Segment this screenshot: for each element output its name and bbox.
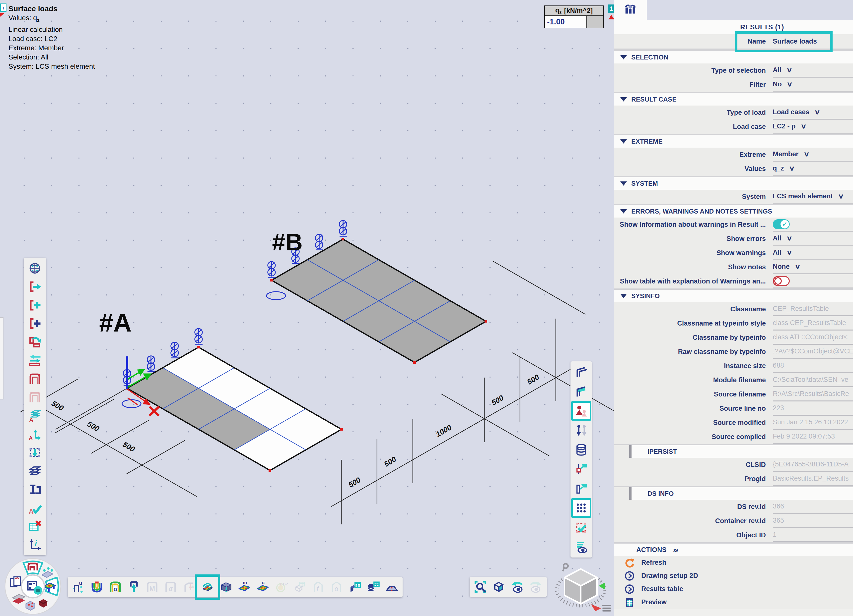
- add-node-icon[interactable]: [25, 296, 45, 314]
- mesh-dots-icon[interactable]: [571, 498, 591, 518]
- canvas-menu-icon[interactable]: [603, 605, 611, 611]
- connection-table-icon[interactable]: [346, 578, 364, 596]
- section-header[interactable]: IPERSIST: [629, 445, 853, 458]
- property-value[interactable]: None ∨ ✓: [773, 260, 853, 274]
- wheel-documents-icon[interactable]: [11, 577, 20, 587]
- property-value[interactable]: CEP_ResultsTable ∨ ✓: [773, 302, 853, 316]
- reactions-icon[interactable]: [124, 578, 143, 596]
- view-grid-globe-icon[interactable]: [25, 259, 45, 277]
- internal-forces-disabled-icon[interactable]: [143, 578, 161, 596]
- property-value[interactable]: All ∨ ✓: [773, 64, 853, 78]
- load-legend[interactable]: qz [kN/m^2] -1.00: [544, 6, 604, 28]
- preview-action[interactable]: Preview: [614, 596, 853, 609]
- rotate-down-arrow-icon[interactable]: [591, 604, 601, 611]
- stress-disabled-icon[interactable]: [161, 578, 180, 596]
- expand-actions-icon[interactable]: ›››: [673, 546, 678, 554]
- property-value[interactable]: .?AV?$CComObject@VCE ∨ ✓: [773, 345, 853, 359]
- copy-rotate-icon[interactable]: [25, 333, 45, 351]
- model-viewport[interactable]: 500 500 500 500 500 1000 500 500: [0, 0, 614, 616]
- property-value[interactable]: Feb 9 2022 09:07:53 ∨ ✓: [773, 430, 853, 444]
- rotate-right-arrow-icon[interactable]: [599, 583, 605, 589]
- paste-selection-icon[interactable]: [25, 443, 45, 462]
- insert-element-icon[interactable]: [25, 314, 45, 333]
- results-2d-members-icon[interactable]: [198, 578, 217, 596]
- previous-view-icon[interactable]: [508, 578, 527, 596]
- selection-filter-icon[interactable]: [571, 518, 591, 537]
- forces-2d-icon[interactable]: [235, 578, 253, 596]
- section-header[interactable]: ERRORS, WARNINGS AND NOTES SETTINGS: [614, 205, 853, 218]
- move-node-icon[interactable]: [25, 277, 45, 296]
- integration-member-disabled-icon[interactable]: [290, 578, 309, 596]
- member-results-disabled-icon[interactable]: [180, 578, 198, 596]
- property-value[interactable]: 1 ∨ ✓: [773, 528, 853, 542]
- property-value[interactable]: Member ∨ ✓: [773, 148, 853, 162]
- property-value[interactable]: ∨ ✓: [773, 274, 853, 289]
- view-direction-cube-icon[interactable]: [490, 578, 508, 596]
- delete-table-icon[interactable]: [25, 517, 45, 535]
- section-header[interactable]: SYSINFO: [614, 290, 853, 302]
- stress-1d-icon[interactable]: [106, 578, 124, 596]
- property-value[interactable]: C:\SciaTool\data\SEN_ve ∨ ✓: [773, 373, 853, 387]
- property-value[interactable]: BasicResults.EP_Results ∨ ✓: [773, 472, 853, 486]
- pile-table-icon[interactable]: [364, 578, 382, 596]
- member-labels-icon[interactable]: [571, 479, 591, 498]
- stress-2d-icon[interactable]: [253, 578, 272, 596]
- portal-frame-icon[interactable]: [25, 369, 45, 388]
- lock-view-icon[interactable]: [563, 564, 568, 571]
- toggle-on-icon[interactable]: ✓: [773, 219, 790, 229]
- refresh-action[interactable]: Refresh: [614, 556, 853, 569]
- property-value[interactable]: class ATL::CComObject< ∨ ✓: [773, 330, 853, 345]
- layers-icon[interactable]: [25, 462, 45, 480]
- wheel-block-icon[interactable]: [26, 601, 35, 610]
- section-header[interactable]: SYSTEM: [614, 177, 853, 190]
- zoom-selection-icon[interactable]: [471, 578, 490, 596]
- property-value[interactable]: No ∨ ✓: [773, 78, 853, 92]
- property-value[interactable]: class CEP_ResultsTable ∨ ✓: [773, 316, 853, 330]
- display-settings-icon[interactable]: [571, 537, 591, 557]
- name-value[interactable]: Surface loads: [773, 34, 853, 48]
- contact-stress-disabled-icon[interactable]: [272, 578, 290, 596]
- property-value[interactable]: 365 ∨ ✓: [773, 514, 853, 528]
- deformed-structure-icon[interactable]: [88, 578, 106, 596]
- property-value[interactable]: LCS mesh element ∨ ✓: [773, 190, 853, 204]
- portal-frame-disabled-icon[interactable]: [25, 388, 45, 406]
- results-table-action[interactable]: Results table: [614, 583, 853, 596]
- property-value[interactable]: LC2 - p ∨ ✓: [773, 120, 853, 134]
- toggle-off-icon[interactable]: [773, 276, 790, 286]
- align-members-icon[interactable]: [25, 351, 45, 369]
- section-header[interactable]: SELECTION: [614, 51, 853, 64]
- display-reactions-icon[interactable]: [571, 421, 591, 440]
- integration-strip-icon[interactable]: [382, 578, 401, 596]
- property-value[interactable]: ∨ ✓: [773, 218, 853, 232]
- surface-layers-icon[interactable]: [25, 406, 45, 425]
- next-view-icon[interactable]: [527, 578, 545, 596]
- docked-panel-handle[interactable]: [0, 317, 3, 400]
- panel-tab[interactable]: [614, 0, 647, 20]
- section-header[interactable]: RESULT CASE: [614, 93, 853, 106]
- property-value[interactable]: Sun Jan 2 15:26:10 2022 ∨ ✓: [773, 416, 853, 430]
- property-value[interactable]: All ∨ ✓: [773, 246, 853, 260]
- property-value[interactable]: 366 ∨ ✓: [773, 500, 853, 514]
- wheel-center-button[interactable]: [21, 575, 44, 598]
- check-structure-icon[interactable]: [25, 498, 45, 517]
- section-header[interactable]: EXTREME: [614, 135, 853, 148]
- code-check-alpha-disabled-icon[interactable]: [327, 578, 346, 596]
- property-value[interactable]: {5E047655-38D6-11D5-A ∨ ✓: [773, 458, 853, 472]
- node-labels-icon[interactable]: [571, 459, 591, 479]
- data-layers-icon[interactable]: [571, 440, 591, 459]
- code-check-f-disabled-icon[interactable]: [309, 578, 327, 596]
- solid-results-icon[interactable]: [217, 578, 235, 596]
- scroll-up-icon[interactable]: [609, 15, 614, 20]
- property-value[interactable]: All ∨ ✓: [773, 232, 853, 246]
- property-value[interactable]: Load cases ∨ ✓: [773, 106, 853, 120]
- section-header[interactable]: DS INFO: [629, 487, 853, 500]
- display-loads-icon[interactable]: [571, 401, 591, 421]
- drawing-setup-2d-action[interactable]: Drawing setup 2D: [614, 569, 853, 583]
- property-value[interactable]: 688 ∨ ✓: [773, 359, 853, 373]
- slab-b[interactable]: [270, 238, 487, 364]
- member-axes-icon[interactable]: [25, 425, 45, 443]
- displacement-nodes-icon[interactable]: [69, 578, 88, 596]
- property-value[interactable]: q_z ∨ ✓: [773, 162, 853, 176]
- display-members-icon[interactable]: [571, 362, 591, 382]
- cross-section-icon[interactable]: [25, 480, 45, 498]
